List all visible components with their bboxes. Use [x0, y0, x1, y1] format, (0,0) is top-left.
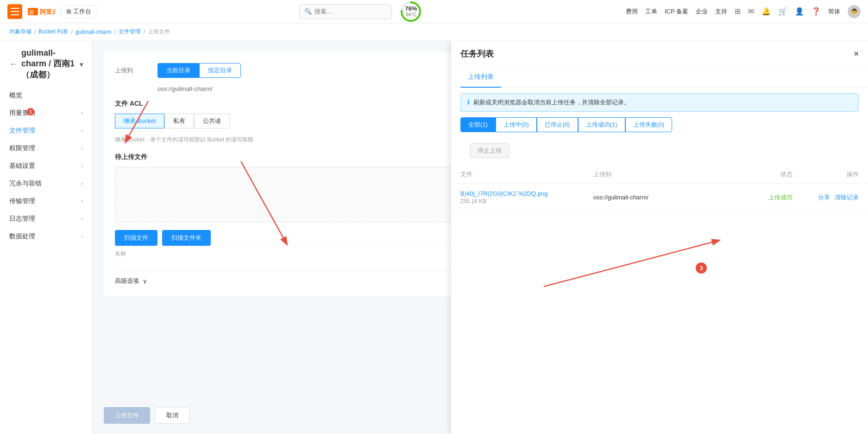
chevron-right-icon-permissions: ›: [81, 145, 83, 152]
sidebar-item-label-transfer: 传输管理: [9, 197, 35, 205]
col-header-action: 操作: [793, 170, 859, 179]
main-layout: ← gulimall-charm / 西南1（成都） ▾ 概览 用量查询 1 ›…: [0, 41, 868, 434]
help-icon[interactable]: ❓: [811, 7, 821, 16]
sidebar-item-label-redundancy: 冗余与容错: [9, 179, 42, 188]
task-file-size: 255.16 KB: [460, 198, 593, 204]
btn-scan-folder[interactable]: 扫描文件夹: [162, 230, 211, 246]
btn-acl-inherit[interactable]: 继承 Bucket: [115, 114, 164, 128]
workbench-label: 工作台: [73, 7, 91, 16]
lang-btn[interactable]: 简体: [828, 7, 840, 16]
cpu-text: 76% 54°C: [405, 5, 417, 18]
avatar[interactable]: 👨: [848, 5, 861, 18]
filter-tab-success[interactable]: 上传成功(1): [578, 117, 625, 132]
btn-acl-private[interactable]: 私有: [164, 114, 194, 128]
close-button[interactable]: ×: [854, 49, 859, 59]
task-panel: 任务列表 × 上传列表 ℹ 刷新或关闭浏览器会取消当前上传任务，并清除全部记录。…: [451, 41, 868, 434]
task-notice: ℹ 刷新或关闭浏览器会取消当前上传任务，并清除全部记录。: [460, 93, 859, 112]
sidebar-item-label-logs: 日志管理: [9, 215, 35, 223]
clear-link[interactable]: 清除记录: [835, 193, 859, 202]
nav-link-enterprise[interactable]: 企业: [696, 7, 708, 16]
page-header: ← gulimall-charm / 西南1（成都） ▾: [0, 41, 92, 85]
sidebar-item-redundancy[interactable]: 冗余与容错 ›: [0, 175, 92, 192]
stop-upload-button[interactable]: 停止上传: [470, 143, 509, 158]
breadcrumb-sep-1: /: [34, 29, 36, 35]
sidebar-item-overview[interactable]: 概览: [0, 87, 92, 104]
nav-link-icp[interactable]: ICP 备案: [665, 7, 688, 16]
tab-upload-list[interactable]: 上传列表: [460, 67, 501, 88]
sidebar-item-transfer[interactable]: 传输管理 ›: [0, 192, 92, 210]
task-file-info: B)40[_I7R(2G0(CIK2`%2DQ.png 255.16 KB: [460, 190, 593, 204]
chevron-right-icon-usage: ›: [81, 110, 83, 116]
breadcrumb-bucket[interactable]: gulimall-charm: [75, 29, 112, 35]
svg-line-6: [544, 240, 720, 287]
hamburger-button[interactable]: [7, 4, 22, 19]
breadcrumb-oss[interactable]: 对象存储: [9, 28, 31, 36]
filter-tab-all[interactable]: 全部(1): [460, 117, 496, 132]
badge-1: 1: [27, 108, 34, 115]
svg-text:3: 3: [700, 265, 703, 272]
info-icon: ℹ: [467, 99, 470, 106]
nav-link-support[interactable]: 支持: [715, 7, 727, 16]
task-dest: oss://gulimall-charm/: [593, 194, 726, 201]
mail-icon[interactable]: ✉: [748, 7, 754, 16]
upload-to-label: 上传到: [115, 66, 152, 75]
share-link[interactable]: 分享: [818, 193, 830, 202]
btn-current-dir[interactable]: 当前目录: [157, 63, 199, 78]
breadcrumb: 对象存储 / Bucket 列表 / gulimall-charm / 文件管理…: [0, 23, 868, 41]
dropdown-icon[interactable]: ▾: [80, 61, 83, 68]
search-icon: 🔍: [304, 8, 312, 15]
grid-icon[interactable]: ⊞: [735, 7, 741, 16]
chevron-right-icon-files: ›: [81, 128, 83, 134]
upload-to-buttons: 当前目录 指定目录: [157, 63, 241, 78]
sidebar-item-permissions[interactable]: 权限管理 ›: [0, 140, 92, 157]
workbench-button[interactable]: ⊞ 工作台: [61, 5, 96, 18]
sidebar-item-files[interactable]: 文件管理 ›: [0, 122, 92, 140]
task-actions: 分享 清除记录: [793, 193, 859, 202]
sidebar-item-logs[interactable]: 日志管理 ›: [0, 210, 92, 228]
back-button[interactable]: ←: [9, 59, 18, 69]
col-header-status: 状态: [726, 170, 792, 179]
search-box[interactable]: 🔍: [299, 4, 392, 19]
btn-specify-dir[interactable]: 指定目录: [199, 63, 241, 78]
nav-link-ticket[interactable]: 工单: [645, 7, 657, 16]
task-tabs: 上传列表: [451, 67, 868, 88]
form-footer: 上传文件 取消: [104, 407, 190, 424]
task-table-header: 文件 上传到 状态 操作: [451, 166, 868, 184]
sidebar-item-usage[interactable]: 用量查询 1 ›: [0, 104, 92, 122]
nav-link-fee[interactable]: 费用: [626, 7, 638, 16]
breadcrumb-file-mgmt[interactable]: 文件管理: [119, 28, 141, 36]
sidebar-item-label-overview: 概览: [9, 91, 22, 100]
top-nav: 云 阿里云 ⊞ 工作台 🔍 76% 54°C 费用 工单 ICP 备案: [0, 0, 868, 23]
btn-scan-file[interactable]: 扫描文件: [115, 230, 157, 246]
task-panel-header: 任务列表 ×: [451, 41, 868, 67]
notice-text: 刷新或关闭浏览器会取消当前上传任务，并清除全部记录。: [473, 98, 630, 107]
aliyun-logo-icon: 云 阿里云: [28, 6, 56, 17]
btn-acl-public[interactable]: 公共读: [194, 114, 230, 128]
filter-tab-stopped[interactable]: 已停止(0): [537, 117, 578, 132]
sidebar: ← gulimall-charm / 西南1（成都） ▾ 概览 用量查询 1 ›…: [0, 41, 93, 434]
chevron-right-icon-logs: ›: [81, 216, 83, 222]
chevron-right-icon-data: ›: [81, 233, 83, 240]
user-icon[interactable]: 👤: [795, 7, 804, 16]
filter-tab-uploading[interactable]: 上传中(0): [496, 117, 537, 132]
cancel-button[interactable]: 取消: [155, 407, 190, 424]
filter-tab-failed[interactable]: 上传失败(0): [625, 117, 673, 132]
search-input[interactable]: [314, 8, 379, 15]
col-header-dest: 上传到: [593, 170, 726, 179]
submit-button[interactable]: 上传文件: [104, 407, 150, 424]
task-status: 上传成功: [726, 193, 792, 202]
sidebar-item-label-files: 文件管理: [9, 127, 35, 135]
bell-icon[interactable]: 🔔: [761, 7, 771, 16]
sidebar-item-data[interactable]: 数据处理 ›: [0, 228, 92, 245]
cart-icon[interactable]: 🛒: [778, 7, 787, 16]
sidebar-item-basic[interactable]: 基础设置 ›: [0, 157, 92, 175]
sidebar-item-label-permissions: 权限管理: [9, 144, 35, 153]
svg-point-7: [696, 262, 707, 274]
sidebar-item-label-basic: 基础设置: [9, 162, 35, 170]
table-row: B)40[_I7R(2G0(CIK2`%2DQ.png 255.16 KB os…: [451, 184, 868, 211]
breadcrumb-sep-4: /: [144, 29, 145, 35]
breadcrumb-bucket-list[interactable]: Bucket 列表: [38, 28, 68, 36]
nav-right: 费用 工单 ICP 备案 企业 支持 ⊞ ✉ 🔔 🛒 👤 ❓ 简体 👨: [626, 5, 861, 18]
chevron-down-icon: ∨: [143, 278, 147, 285]
content-area: 上传到 当前目录 指定目录 oss://gulimall-charm/ 文件 A…: [93, 41, 868, 434]
